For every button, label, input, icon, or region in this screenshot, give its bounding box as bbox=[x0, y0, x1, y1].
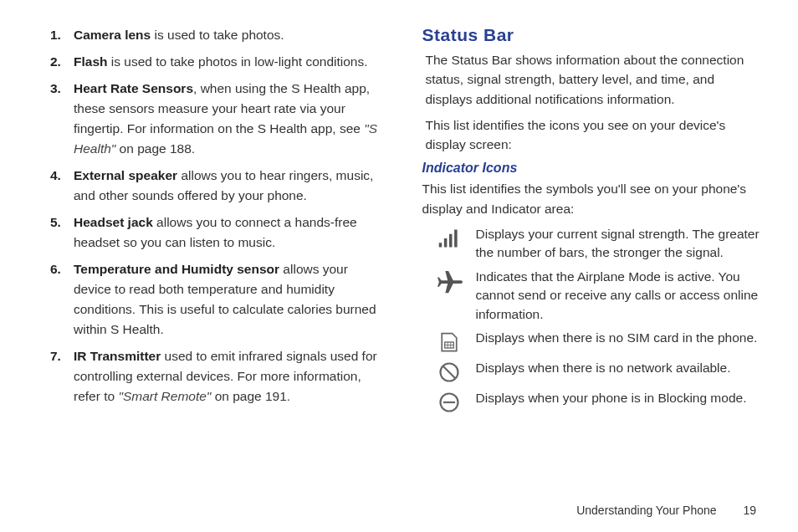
feature-item: 3. Heart Rate Sensors, when using the S … bbox=[50, 79, 389, 159]
status-bar-heading: Status Bar bbox=[422, 25, 761, 45]
item-number: 2. bbox=[50, 52, 74, 72]
cross-reference: "Smart Remote" bbox=[118, 389, 214, 403]
svg-line-9 bbox=[443, 366, 455, 378]
item-text: Heart Rate Sensors, when using the S Hea… bbox=[74, 79, 389, 159]
icon-list: Displays your current signal strength. T… bbox=[422, 225, 761, 414]
page-number: 19 bbox=[743, 504, 756, 517]
icon-row: Displays when your phone is in Blocking … bbox=[422, 389, 761, 414]
feature-list: 1. Camera lens is used to take photos. 2… bbox=[50, 25, 389, 407]
item-number: 1. bbox=[50, 25, 74, 45]
item-number: 4. bbox=[50, 166, 74, 206]
footer: Understanding Your Phone 19 bbox=[576, 504, 756, 517]
icon-description: Displays when there is no network availa… bbox=[476, 359, 761, 377]
status-bar-paragraph: The Status Bar shows information about t… bbox=[422, 50, 761, 109]
item-text: IR Transmitter used to emit infrared sig… bbox=[74, 346, 389, 407]
no-sim-icon bbox=[422, 329, 476, 354]
svg-rect-0 bbox=[438, 243, 442, 247]
icon-row: Displays your current signal strength. T… bbox=[422, 225, 761, 263]
icon-description: Displays when there is no SIM card in th… bbox=[476, 329, 761, 347]
item-number: 6. bbox=[50, 259, 74, 340]
signal-strength-icon bbox=[422, 225, 476, 250]
feature-item: 4. External speaker allows you to hear r… bbox=[50, 166, 389, 206]
feature-item: 5. Headset jack allows you to connect a … bbox=[50, 212, 389, 253]
item-text: Camera lens is used to take photos. bbox=[74, 25, 389, 45]
icon-row: Indicates that the Airplane Mode is acti… bbox=[422, 268, 761, 324]
indicator-icons-heading: Indicator Icons bbox=[422, 161, 761, 176]
feature-item: 1. Camera lens is used to take photos. bbox=[50, 25, 389, 45]
status-bar-paragraph: This list identifies the icons you see o… bbox=[422, 115, 761, 155]
feature-item: 2. Flash is used to take photos in low-l… bbox=[50, 52, 389, 72]
right-column: Status Bar The Status Bar shows informat… bbox=[418, 25, 761, 419]
svg-rect-3 bbox=[454, 229, 458, 247]
left-column: 1. Camera lens is used to take photos. 2… bbox=[50, 25, 389, 419]
item-text: Flash is used to take photos in low-ligh… bbox=[74, 52, 389, 72]
item-text: Headset jack allows you to connect a han… bbox=[74, 212, 389, 253]
item-number: 5. bbox=[50, 212, 74, 253]
item-text: Temperature and Humidty sensor allows yo… bbox=[74, 259, 389, 340]
footer-section: Understanding Your Phone bbox=[576, 504, 716, 517]
icon-row: Displays when there is no SIM card in th… bbox=[422, 329, 761, 354]
icon-description: Displays when your phone is in Blocking … bbox=[476, 389, 761, 407]
icon-description: Indicates that the Airplane Mode is acti… bbox=[476, 268, 761, 324]
svg-rect-2 bbox=[449, 234, 453, 248]
feature-item: 7. IR Transmitter used to emit infrared … bbox=[50, 346, 389, 407]
item-number: 7. bbox=[50, 346, 74, 407]
icon-description: Displays your current signal strength. T… bbox=[476, 225, 761, 263]
icon-row: Displays when there is no network availa… bbox=[422, 359, 761, 384]
item-number: 3. bbox=[50, 79, 74, 159]
indicator-intro: This list identifies the symbols you'll … bbox=[422, 179, 761, 218]
item-text: External speaker allows you to hear ring… bbox=[74, 166, 389, 206]
no-network-icon bbox=[422, 359, 476, 384]
feature-item: 6. Temperature and Humidty sensor allows… bbox=[50, 259, 389, 340]
svg-rect-1 bbox=[443, 238, 447, 248]
airplane-mode-icon bbox=[422, 268, 476, 294]
blocking-mode-icon bbox=[422, 389, 476, 414]
